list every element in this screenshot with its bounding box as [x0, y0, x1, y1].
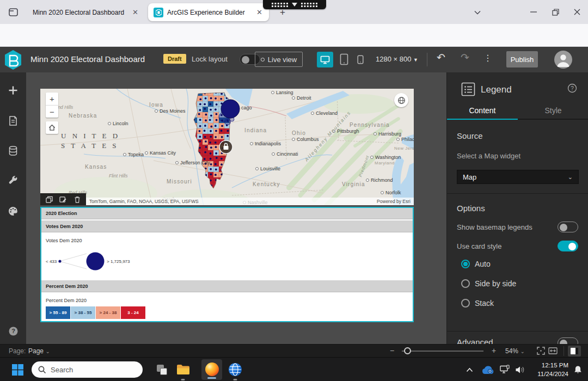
pending-edit-icon[interactable]: [59, 196, 67, 203]
show-basemap-toggle[interactable]: [558, 222, 578, 232]
theme-palette-icon[interactable]: [7, 205, 19, 217]
delete-trash-icon[interactable]: [74, 196, 81, 203]
volume-icon[interactable]: [513, 358, 527, 381]
map-widget-dropdown[interactable]: Map ⌄: [457, 170, 579, 184]
divider: [564, 346, 564, 356]
legend-widget-icon: [461, 82, 475, 99]
arcgis-pro-button[interactable]: [226, 358, 244, 381]
legend-widget[interactable]: 2020 Election Votes Dem 2020 Votes Dem 2…: [40, 207, 414, 322]
window-controls: [523, 0, 588, 24]
device-desktop-button[interactable]: [317, 52, 333, 67]
page-selector[interactable]: Page ⌄: [28, 347, 50, 355]
map-label: U N I T E D: [61, 132, 120, 139]
tab-close-icon[interactable]: ✕: [130, 8, 140, 16]
redo-icon[interactable]: ↷: [461, 51, 469, 64]
more-options-icon[interactable]: ⋮: [483, 53, 492, 63]
attribution-text: TomTom, Garmin, FAO, NOAA, USGS, EPA, US…: [89, 199, 199, 204]
panel-title: Legend: [481, 84, 512, 95]
tray-chevron-icon[interactable]: [463, 358, 476, 381]
page-icon[interactable]: [7, 115, 19, 127]
zoom-slider-track[interactable]: [402, 351, 483, 352]
radio-icon[interactable]: [461, 299, 470, 308]
file-explorer-button[interactable]: [174, 358, 192, 381]
taskbar-clock[interactable]: 12:15 PM 11/24/2024: [537, 361, 568, 378]
tab-close-icon[interactable]: ✕: [254, 8, 265, 16]
basemap-gallery-button[interactable]: [394, 93, 408, 107]
percent-legend-label: Percent Dem 2020: [46, 298, 87, 303]
map-label: Indiana: [244, 128, 267, 133]
resolution-dropdown[interactable]: 1280 × 800 ▼: [376, 55, 418, 63]
options-heading: Options: [457, 204, 485, 213]
draft-badge: Draft: [163, 54, 186, 64]
map-label: Missouri: [167, 179, 192, 185]
svg-text:< 433: < 433: [46, 259, 57, 264]
panel-help-icon[interactable]: ?: [567, 83, 577, 95]
restore-button[interactable]: [544, 0, 566, 24]
tab-experience-builder[interactable]: ArcGIS Experience Builder ✕: [148, 3, 269, 21]
help-icon[interactable]: ?: [7, 325, 19, 337]
publish-button[interactable]: Publish: [506, 51, 538, 67]
percent-legend-section: Percent Dem 2020 > 55 - 89> 38 - 55> 24 …: [41, 292, 413, 322]
fit-to-window-icon[interactable]: [537, 347, 545, 357]
zoom-in-canvas-icon[interactable]: +: [492, 346, 496, 355]
data-icon[interactable]: [7, 145, 19, 157]
radio-icon[interactable]: [461, 279, 470, 288]
chevron-down-icon: ⌄: [520, 348, 524, 354]
use-card-style-toggle[interactable]: [558, 241, 578, 251]
dropdown-value: Map: [463, 173, 476, 181]
radio-option-stack[interactable]: Stack: [461, 299, 494, 308]
map-label: Indianapolis: [250, 142, 281, 146]
experience-builder-logo[interactable]: [3, 49, 23, 71]
duplicate-icon[interactable]: [46, 196, 53, 203]
chevron-down-icon: ⌄: [45, 348, 50, 354]
zoom-slider-knob[interactable]: [404, 347, 411, 354]
tools-wrench-icon[interactable]: [7, 175, 19, 187]
firefox-button[interactable]: [201, 359, 222, 380]
zoom-out-button[interactable]: −: [46, 105, 58, 118]
running-indicator: [234, 379, 237, 380]
map-label: Piedmont: [358, 155, 370, 177]
map-label: Norfolk: [381, 190, 401, 195]
lock-layout-label: Lock layout: [192, 55, 228, 63]
task-view-button[interactable]: [154, 358, 170, 381]
taskbar-search[interactable]: Search: [32, 361, 143, 378]
votes-legend-section: Votes Dem 2020 < 433 > 1,725,973: [41, 232, 413, 280]
chevron-down-icon: ⌄: [568, 174, 573, 181]
radio-icon[interactable]: [461, 260, 470, 268]
tab-dashboard[interactable]: Minn 2020 Electoral Dashboard ✕: [25, 3, 146, 21]
undo-icon[interactable]: ↶: [437, 51, 445, 64]
insert-widget-icon[interactable]: [7, 84, 19, 96]
advanced-toggle[interactable]: [558, 337, 578, 344]
fit-to-width-icon[interactable]: [548, 347, 558, 357]
onedrive-icon[interactable]: [480, 358, 495, 381]
device-phone-button[interactable]: [357, 55, 364, 66]
zoom-in-button[interactable]: +: [46, 93, 58, 105]
user-avatar[interactable]: [554, 51, 572, 69]
use-card-style-label: Use card style: [457, 242, 501, 250]
zoom-level[interactable]: 54% ⌄: [505, 347, 525, 355]
map-widget[interactable]: Sand HillsNebraskaLincolnU N I T E DS T …: [40, 89, 414, 205]
divider: [447, 193, 588, 194]
live-dot-icon: [261, 58, 265, 62]
experience-builder-header: Minn 2020 Electoral Dashboard Draft Lock…: [0, 47, 588, 72]
tab-title: Minn 2020 Electoral Dashboard: [33, 9, 124, 16]
firefox-view-icon[interactable]: [5, 5, 21, 19]
radio-option-side-by-side[interactable]: Side by side: [461, 279, 516, 288]
close-button[interactable]: [566, 0, 588, 24]
home-extent-button[interactable]: [46, 121, 58, 134]
network-device-icon[interactable]: [498, 358, 512, 381]
radio-option-auto[interactable]: Auto: [461, 260, 491, 268]
zoom-out-canvas-icon[interactable]: −: [390, 346, 394, 355]
show-basemap-label: Show basemap legends: [457, 223, 532, 231]
svg-text:> 1,725,973: > 1,725,973: [107, 259, 130, 264]
vm-toolbar-pin[interactable]: [263, 0, 326, 9]
map-label: Pennsylvania: [350, 122, 390, 128]
windows-taskbar: Search: [0, 357, 588, 381]
start-button[interactable]: [10, 358, 25, 381]
notifications-bell-icon[interactable]: [572, 358, 584, 381]
list-tabs-icon[interactable]: [471, 7, 483, 19]
minimize-button[interactable]: [523, 0, 544, 24]
live-view-button[interactable]: Live view: [255, 52, 303, 67]
toggle-panel-button[interactable]: [568, 346, 581, 357]
device-tablet-button[interactable]: [340, 53, 348, 67]
